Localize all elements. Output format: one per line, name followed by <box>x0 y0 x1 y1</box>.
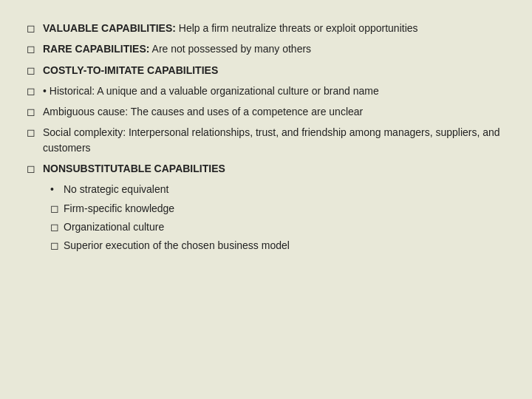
item-bold: NONSUBSTITUTABLE CAPABILITIES <box>43 163 225 174</box>
page: ◻ VALUABLE CAPABILITIES: Help a firm neu… <box>0 0 532 399</box>
item-text: VALUABLE CAPABILITIES: Help a firm neutr… <box>43 21 505 35</box>
item-text: COSTLY-TO-IMITATE CAPABILITIES <box>43 63 505 78</box>
sub-item-text: No strategic equivalent <box>64 182 168 197</box>
list-item: ◻ NONSUBSTITUTABLE CAPABILITIES <box>27 161 505 176</box>
item-bold: RARE CAPABILITIES: <box>43 43 149 55</box>
item-normal: Are not possessed by many others <box>152 43 312 55</box>
sub-item-text: Organizational culture <box>64 219 164 234</box>
bullet-marker: ◻ <box>27 63 43 78</box>
sub-list-item: ◻ Superior execution of the chosen busin… <box>50 238 505 253</box>
list-item: ◻ COSTLY-TO-IMITATE CAPABILITIES <box>27 63 505 78</box>
item-bold: COSTLY-TO-IMITATE CAPABILITIES <box>43 64 218 76</box>
bullet-marker: ◻ <box>27 125 43 140</box>
item-bold: VALUABLE CAPABILITIES: <box>43 22 176 34</box>
bullet-marker: ◻ <box>27 83 43 98</box>
item-text: RARE CAPABILITIES: Are not possessed by … <box>43 41 505 56</box>
bullet-marker: ◻ <box>27 41 43 56</box>
sub-marker: ◻ <box>50 201 64 216</box>
bullet-marker: ◻ <box>27 104 43 119</box>
sub-marker: • <box>50 182 64 197</box>
sub-marker: ◻ <box>50 219 64 234</box>
item-text: Social complexity: Interpersonal relatio… <box>43 125 505 155</box>
sub-list-item: • No strategic equivalent <box>50 182 505 197</box>
list-item: ◻ Social complexity: Interpersonal relat… <box>27 125 505 155</box>
bullet-marker: ◻ <box>27 161 43 176</box>
item-text: • Historical: A unique and a valuable or… <box>43 83 505 98</box>
list-item: ◻ VALUABLE CAPABILITIES: Help a firm neu… <box>27 21 505 35</box>
list-item: ◻ Ambiguous cause: The causes and uses o… <box>27 104 505 119</box>
sub-item-text: Firm-specific knowledge <box>64 201 174 216</box>
list-item: ◻ RARE CAPABILITIES: Are not possessed b… <box>27 41 505 56</box>
item-normal: Help a firm neutralize threats or exploi… <box>179 22 418 34</box>
sub-list-item: ◻ Organizational culture <box>50 219 505 234</box>
list-item: ◻ • Historical: A unique and a valuable … <box>27 83 505 98</box>
item-text: Ambiguous cause: The causes and uses of … <box>43 104 505 119</box>
sub-marker: ◻ <box>50 238 64 253</box>
sub-list-item: ◻ Firm-specific knowledge <box>50 201 505 216</box>
bullet-marker: ◻ <box>27 21 43 35</box>
sub-item-text: Superior execution of the chosen busines… <box>64 238 290 253</box>
item-text: NONSUBSTITUTABLE CAPABILITIES <box>43 161 505 176</box>
